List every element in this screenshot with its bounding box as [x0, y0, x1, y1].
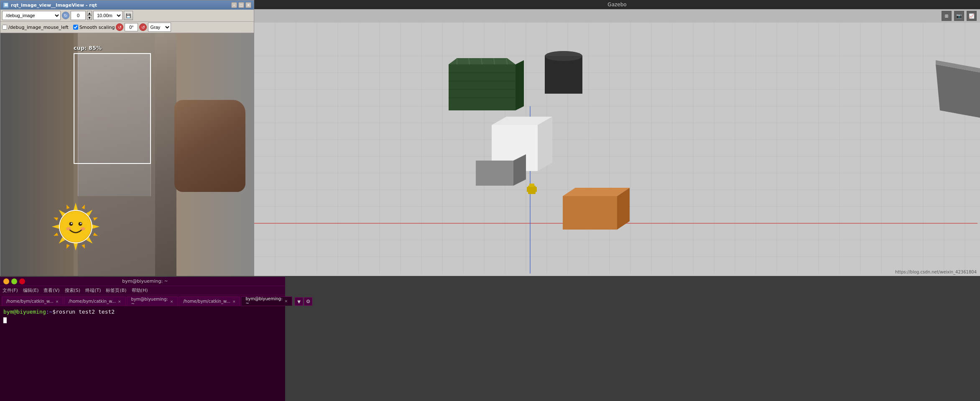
detection-box	[74, 53, 151, 164]
tab-2-close[interactable]: ×	[118, 299, 121, 304]
maximize-button[interactable]: □	[238, 2, 244, 8]
svg-point-18	[69, 222, 73, 226]
terminal-tabs: /home/bym/catkin_w... × /home/bym/catkin…	[0, 295, 285, 306]
scale-dropdown[interactable]: 10.00m	[93, 11, 122, 20]
svg-point-22	[66, 227, 71, 230]
tab-3-label: bym@biyueming: ~	[131, 297, 168, 306]
tab-5-label: bym@biyueming: ~	[245, 296, 282, 306]
tab-1-close[interactable]: ×	[56, 299, 59, 304]
menu-file[interactable]: 文件(F)	[3, 287, 18, 294]
menu-search[interactable]: 搜索(S)	[65, 287, 81, 294]
menu-terminal[interactable]: 终端(T)	[85, 287, 101, 294]
svg-rect-86	[545, 56, 582, 94]
sun-sticker	[48, 199, 103, 254]
menu-edit[interactable]: 编辑(E)	[23, 287, 39, 294]
close-button[interactable]: ×	[245, 2, 251, 8]
svg-marker-88	[936, 64, 980, 119]
svg-point-21	[80, 223, 82, 224]
terminal-menu: 文件(F) 编辑(E) 查看(V) 搜索(S) 终端(T) 标签页(B) 帮助(…	[0, 286, 285, 295]
terminal-maximize[interactable]	[11, 278, 17, 284]
prompt-directory: ~	[49, 309, 53, 315]
frame-count-input[interactable]	[71, 11, 86, 20]
image-view-titlebar: 🖼 rqt_image_view__ImageView - rqt – □ ×	[0, 0, 254, 10]
svg-marker-75	[516, 60, 524, 110]
terminal-tab-2[interactable]: /home/bym/catkin_w... ×	[64, 296, 125, 306]
menu-help[interactable]: 帮助(H)	[132, 287, 148, 294]
svg-marker-8	[82, 204, 86, 209]
svg-marker-93	[476, 161, 513, 186]
mouse-checkbox-text: /debug_image_mouse_left	[8, 25, 69, 30]
smooth-checkbox[interactable]	[73, 25, 78, 30]
svg-marker-6	[52, 225, 59, 229]
terminal-tab-5[interactable]: bym@biyueming: ~ ×	[241, 296, 292, 306]
rotation-input[interactable]	[125, 23, 138, 31]
svg-marker-99	[563, 196, 617, 230]
svg-rect-96	[529, 184, 534, 187]
terminal-title: bym@biyueming: ~	[25, 278, 265, 284]
prompt-symbol: $	[52, 309, 56, 315]
terminal-close[interactable]	[19, 278, 25, 284]
svg-marker-0	[74, 203, 78, 210]
svg-point-16	[60, 211, 91, 242]
tab-2-label: /home/bym/catkin_w...	[69, 299, 116, 304]
frame-count-spinner: ▲ ▼	[87, 11, 92, 20]
svg-rect-97	[527, 187, 529, 192]
svg-marker-11	[82, 244, 86, 250]
svg-marker-15	[65, 204, 70, 209]
save-button[interactable]: 💾	[124, 11, 133, 20]
terminal-prompt: bym@biyueming:~$ rosrun test2 test2	[3, 309, 282, 315]
terminal-cursor	[3, 317, 7, 323]
tab-4-close[interactable]: ×	[232, 299, 236, 304]
window-title: rqt_image_view__ImageView - rqt	[11, 3, 97, 8]
minimize-button[interactable]: –	[231, 2, 237, 8]
tab-4-label: /home/bym/catkin_w...	[183, 299, 230, 304]
svg-marker-10	[93, 232, 99, 237]
prompt-user: bym@biyueming	[3, 309, 46, 315]
gazebo-title: Gazebo	[607, 2, 626, 8]
svg-marker-91	[538, 117, 552, 171]
terminal-tab-4[interactable]: /home/bym/catkin_w... ×	[179, 296, 240, 306]
svg-marker-2	[92, 225, 100, 229]
gazebo-panel: Gazebo ⊞ 📷 📈	[254, 0, 980, 276]
topic-dropdown[interactable]: /debug_image	[2, 11, 61, 20]
tab-5-close[interactable]: ×	[285, 299, 288, 303]
terminal-tab-3[interactable]: bym@biyueming: ~ ×	[127, 296, 178, 306]
terminal-section: bym@biyueming: ~ 文件(F) 编辑(E) 查看(V) 搜索(S)…	[0, 276, 285, 401]
tab-3-close[interactable]: ×	[170, 299, 174, 304]
rotation-refresh[interactable]: ↺	[139, 23, 147, 31]
gz-btn-3[interactable]: 📈	[967, 11, 977, 21]
terminal-cursor-line	[3, 317, 282, 323]
smooth-scaling-label: Smooth scaling	[73, 25, 115, 30]
tabs-dropdown[interactable]: ▼	[295, 297, 303, 306]
svg-point-20	[71, 223, 72, 224]
titlebar-controls: – □ ×	[231, 2, 251, 8]
terminal-tab-1[interactable]: /home/bym/catkin_w... ×	[2, 296, 63, 306]
color-mode-dropdown[interactable]: Gray	[148, 23, 171, 32]
gz-btn-2[interactable]: 📷	[954, 11, 964, 21]
smooth-checkbox-label[interactable]: Smooth scaling	[73, 25, 115, 30]
prompt-separator-colon: :	[46, 309, 49, 315]
terminal-titlebar: bym@biyueming: ~	[0, 277, 285, 286]
toolbar-row-1: /debug_image ↻ ▲ ▼ 10.00m 💾	[0, 10, 254, 22]
mouse-checkbox-label[interactable]: /debug_image_mouse_left	[2, 25, 69, 30]
svg-marker-73	[449, 64, 516, 110]
menu-view[interactable]: 查看(V)	[43, 287, 59, 294]
rotate-button[interactable]: ↺	[116, 23, 123, 31]
refresh-button[interactable]: ↻	[62, 12, 69, 19]
tab-1-label: /home/bym/catkin_w...	[6, 299, 54, 304]
spin-down[interactable]: ▼	[87, 15, 92, 20]
spin-up[interactable]: ▲	[87, 11, 92, 15]
svg-marker-4	[74, 243, 78, 250]
svg-rect-98	[535, 187, 537, 192]
tab-settings[interactable]: ⚙	[304, 297, 312, 306]
terminal-minimize[interactable]	[3, 278, 9, 284]
terminal-body[interactable]: bym@biyueming:~$ rosrun test2 test2	[0, 306, 285, 326]
mouse-checkbox[interactable]	[2, 25, 7, 30]
terminal-tab-controls: ▼ ⚙	[295, 297, 312, 306]
svg-point-87	[545, 51, 582, 61]
menu-tabs[interactable]: 标签页(B)	[106, 287, 126, 294]
grid-svg	[254, 23, 980, 276]
gz-btn-1[interactable]: ⊞	[942, 11, 952, 21]
prompt-command: rosrun test2 test2	[56, 309, 115, 315]
svg-marker-14	[53, 216, 59, 221]
